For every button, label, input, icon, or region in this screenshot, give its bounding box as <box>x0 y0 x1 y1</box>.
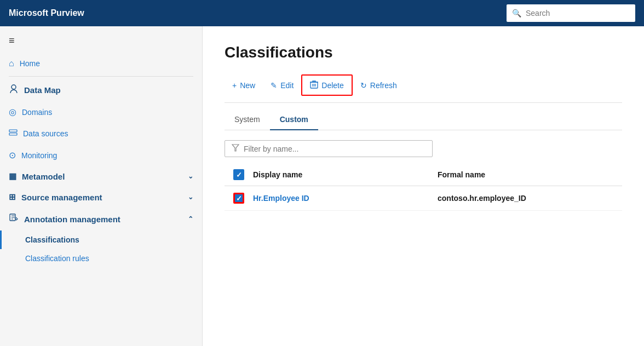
sidebar-item-source-management[interactable]: ⊞ Source management ⌄ <box>0 187 202 207</box>
sidebar-item-home-label: Home <box>20 59 40 68</box>
sidebar-item-source-management-label: Source management <box>21 193 102 202</box>
refresh-icon: ↻ <box>360 81 367 90</box>
col-formal-name: Formal name <box>438 170 622 179</box>
cell-formal-name: contoso.hr.employee_ID <box>438 194 622 203</box>
data-map-icon <box>9 84 19 96</box>
hamburger-menu[interactable]: ≡ <box>9 35 193 47</box>
sidebar-item-classification-rules[interactable]: Classification rules <box>0 249 202 268</box>
home-icon: ⌂ <box>9 59 14 68</box>
new-label: New <box>240 81 255 90</box>
domains-icon: ◎ <box>9 107 16 117</box>
row-check[interactable]: ✓ <box>225 193 253 204</box>
svg-point-0 <box>12 85 16 89</box>
edit-icon: ✎ <box>271 81 277 90</box>
sidebar: ≡ ⌂ Home Data Map ◎ Domains <box>0 26 203 346</box>
data-sources-icon <box>9 128 18 139</box>
svg-rect-1 <box>9 130 17 132</box>
delete-label: Delete <box>321 81 343 90</box>
row-checkbox[interactable]: ✓ <box>233 193 244 204</box>
table: ✓ Display name Formal name ✓ Hr.Employee… <box>225 164 622 211</box>
sidebar-item-classifications[interactable]: Classifications <box>0 230 202 249</box>
sidebar-item-home[interactable]: ⌂ Home <box>0 53 202 74</box>
source-management-icon: ⊞ <box>9 192 16 202</box>
search-icon: 🔍 <box>512 9 521 18</box>
monitoring-icon: ⊙ <box>9 150 16 160</box>
select-all-checkbox[interactable]: ✓ <box>233 169 244 180</box>
new-button[interactable]: + New <box>225 77 263 94</box>
page-title: Classifications <box>225 44 622 61</box>
main-layout: ≡ ⌂ Home Data Map ◎ Domains <box>0 26 644 346</box>
sidebar-item-data-map[interactable]: Data Map <box>0 79 202 101</box>
search-box[interactable]: 🔍 <box>507 4 635 22</box>
row-checkmark: ✓ <box>236 194 242 203</box>
tab-custom[interactable]: Custom <box>270 109 318 130</box>
metamodel-chevron: ⌄ <box>188 172 193 180</box>
sidebar-item-metamodel[interactable]: ▦ Metamodel ⌄ <box>0 166 202 187</box>
top-nav: Microsoft Purview 🔍 <box>0 0 644 26</box>
cell-display-name[interactable]: Hr.Employee ID <box>253 194 438 203</box>
checkmark: ✓ <box>236 171 242 179</box>
refresh-button[interactable]: ↻ Refresh <box>353 77 405 94</box>
sidebar-item-metamodel-label: Metamodel <box>22 172 65 181</box>
sidebar-item-data-sources[interactable]: Data sources <box>0 123 202 145</box>
sidebar-item-data-sources-label: Data sources <box>23 129 68 138</box>
main-content: Classifications + New ✎ Edit <box>203 26 644 346</box>
sidebar-item-annotation-management[interactable]: Annotation management ⌃ <box>0 207 202 230</box>
sidebar-item-annotation-management-label: Annotation management <box>24 215 120 224</box>
sidebar-item-monitoring-label: Monitoring <box>21 151 57 160</box>
delete-icon <box>310 80 318 90</box>
annotation-management-icon <box>9 213 19 225</box>
svg-marker-8 <box>232 145 239 151</box>
metamodel-icon: ▦ <box>9 171 16 181</box>
sidebar-item-classification-rules-label: Classification rules <box>25 254 89 263</box>
sidebar-item-domains[interactable]: ◎ Domains <box>0 101 202 123</box>
edit-button[interactable]: ✎ Edit <box>263 77 301 94</box>
source-management-chevron: ⌄ <box>188 193 193 201</box>
sidebar-item-domains-label: Domains <box>22 108 52 117</box>
sidebar-top: ≡ <box>0 26 202 53</box>
search-input[interactable] <box>526 9 630 18</box>
sidebar-item-classifications-label: Classifications <box>25 235 79 244</box>
annotation-management-chevron: ⌃ <box>188 215 193 223</box>
filter-input[interactable] <box>244 145 426 153</box>
new-icon: + <box>232 81 237 90</box>
sidebar-item-data-map-label: Data Map <box>24 85 61 95</box>
tabs: System Custom <box>225 109 622 130</box>
sidebar-divider-1 <box>9 76 193 77</box>
table-header: ✓ Display name Formal name <box>225 164 622 186</box>
header-check[interactable]: ✓ <box>225 169 253 180</box>
col-display-name: Display name <box>253 170 438 179</box>
delete-button[interactable]: Delete <box>301 74 352 96</box>
app-title: Microsoft Purview <box>9 8 507 18</box>
refresh-label: Refresh <box>370 81 397 90</box>
filter-box[interactable] <box>225 140 433 157</box>
sidebar-item-monitoring[interactable]: ⊙ Monitoring <box>0 145 202 166</box>
tab-system[interactable]: System <box>225 109 270 130</box>
toolbar: + New ✎ Edit Delete <box>225 74 622 103</box>
svg-rect-2 <box>9 133 17 135</box>
edit-label: Edit <box>280 81 294 90</box>
filter-icon <box>232 144 239 153</box>
table-row[interactable]: ✓ Hr.Employee ID contoso.hr.employee_ID <box>225 186 622 211</box>
